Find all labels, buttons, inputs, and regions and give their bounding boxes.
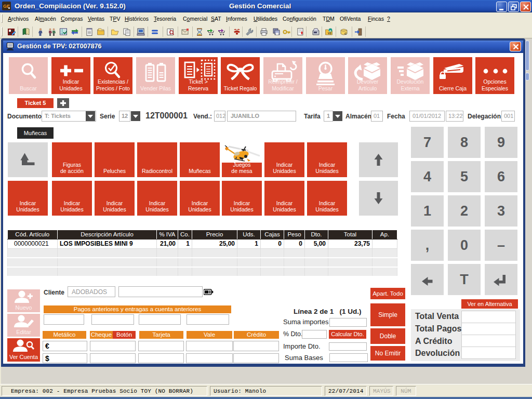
svg-text:C: C [344,32,347,35]
svg-text:V2: V2 [328,32,331,35]
